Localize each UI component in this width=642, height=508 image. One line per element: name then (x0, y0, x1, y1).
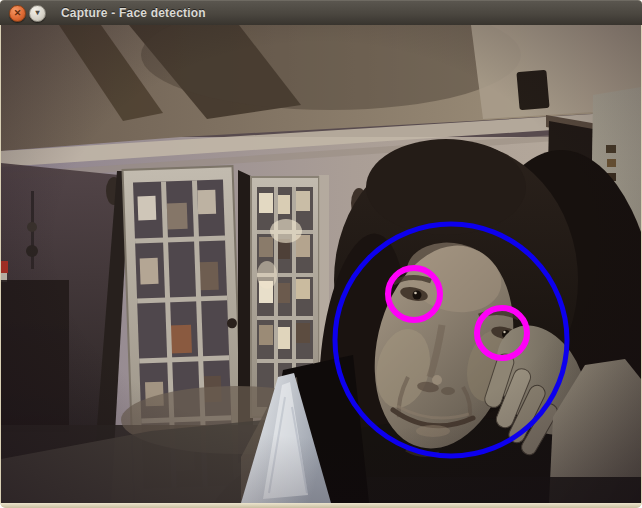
window-title: Capture - Face detection (61, 6, 206, 20)
webcam-image (1, 25, 641, 503)
close-icon: ✕ (14, 9, 22, 18)
close-button[interactable]: ✕ (9, 5, 26, 22)
chevron-down-icon: ▾ (35, 9, 39, 17)
window-bottom-border (0, 503, 642, 508)
camera-feed (1, 25, 641, 503)
vignette (1, 25, 641, 503)
shade-button[interactable]: ▾ (29, 5, 46, 22)
app-window: ✕ ▾ Capture - Face detection (0, 0, 642, 508)
window-titlebar[interactable]: ✕ ▾ Capture - Face detection (0, 0, 642, 25)
